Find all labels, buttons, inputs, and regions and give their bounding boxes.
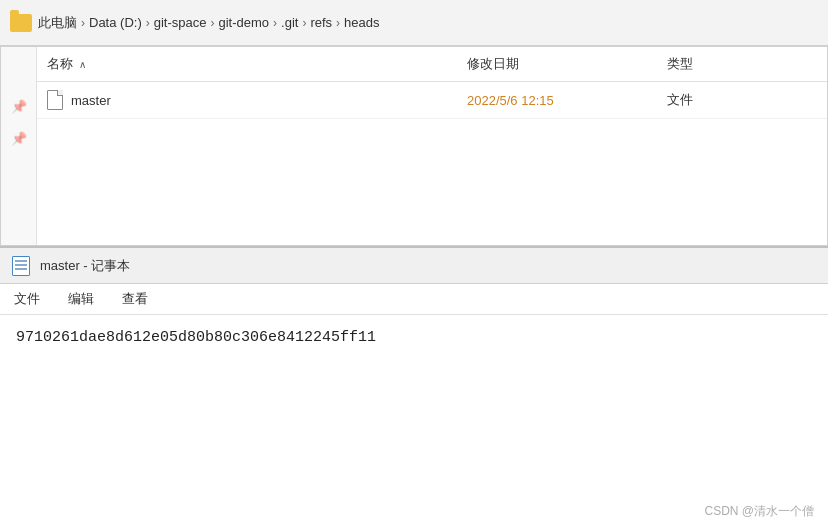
explorer-addressbar: 此电脑 › Data (D:) › git-space › git-demo ›… (0, 0, 828, 46)
notepad-icon (12, 256, 32, 276)
menu-view[interactable]: 查看 (118, 288, 152, 310)
breadcrumb-item-3[interactable]: git-demo (218, 15, 269, 30)
explorer-window: 名称 ∧ 修改日期 类型 master 2022/5/6 12:15 (0, 46, 828, 246)
breadcrumb-sep-2: › (210, 16, 214, 30)
menu-file[interactable]: 文件 (10, 288, 44, 310)
notepad-icon-bg (12, 256, 30, 276)
folder-icon (10, 14, 32, 32)
column-headers: 名称 ∧ 修改日期 类型 (37, 47, 827, 82)
table-row[interactable]: master 2022/5/6 12:15 文件 (37, 82, 827, 119)
file-type-cell: 文件 (657, 89, 827, 111)
breadcrumb-sep-5: › (336, 16, 340, 30)
notepad-content[interactable]: 9710261dae8d612e05d80b80c306e8412245ff11 (0, 315, 828, 530)
pin-icon-2[interactable] (11, 129, 27, 145)
notepad-titlebar: master - 记事本 (0, 248, 828, 284)
breadcrumb-sep-3: › (273, 16, 277, 30)
file-name: master (71, 93, 111, 108)
breadcrumb-item-5[interactable]: refs (310, 15, 332, 30)
breadcrumb-sep-1: › (146, 16, 150, 30)
col-date-header[interactable]: 修改日期 (457, 51, 657, 77)
breadcrumb-item-6[interactable]: heads (344, 15, 379, 30)
sort-arrow: ∧ (79, 59, 86, 70)
file-list-area: 名称 ∧ 修改日期 类型 master 2022/5/6 12:15 (37, 47, 827, 245)
pin-icon-1[interactable] (11, 97, 27, 113)
col-name-header[interactable]: 名称 ∧ (37, 51, 457, 77)
col-type-header[interactable]: 类型 (657, 51, 827, 77)
breadcrumb-sep-4: › (302, 16, 306, 30)
breadcrumb-item-2[interactable]: git-space (154, 15, 207, 30)
notepad-window: master - 记事本 文件 编辑 查看 9710261dae8d612e05… (0, 246, 828, 530)
col-name-label: 名称 (47, 55, 73, 73)
col-date-label: 修改日期 (467, 56, 519, 71)
file-doc-icon (47, 90, 63, 110)
file-date: 2022/5/6 12:15 (467, 93, 554, 108)
explorer-sidebar (1, 47, 37, 245)
notepad-text: 9710261dae8d612e05d80b80c306e8412245ff11 (16, 327, 812, 350)
notepad-title: master - 记事本 (40, 257, 130, 275)
col-type-label: 类型 (667, 56, 693, 71)
breadcrumb-sep-0: › (81, 16, 85, 30)
breadcrumb: 此电脑 › Data (D:) › git-space › git-demo ›… (38, 14, 380, 32)
file-date-cell: 2022/5/6 12:15 (457, 91, 657, 110)
file-name-cell: master (37, 88, 457, 112)
csdn-watermark: CSDN @清水一个僧 (704, 503, 814, 520)
breadcrumb-item-1[interactable]: Data (D:) (89, 15, 142, 30)
breadcrumb-item-0[interactable]: 此电脑 (38, 14, 77, 32)
file-type: 文件 (667, 92, 693, 107)
menu-edit[interactable]: 编辑 (64, 288, 98, 310)
breadcrumb-item-4[interactable]: .git (281, 15, 298, 30)
notepad-menubar: 文件 编辑 查看 (0, 284, 828, 315)
